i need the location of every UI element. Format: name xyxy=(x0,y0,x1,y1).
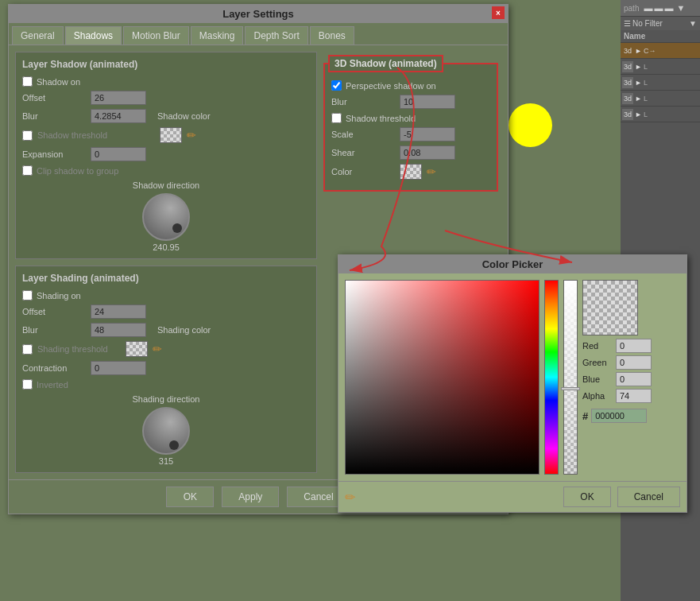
3d-color-picker-btn[interactable]: ✏ xyxy=(427,165,436,178)
inverted-label: Inverted xyxy=(37,380,68,390)
blue-input[interactable] xyxy=(616,372,652,386)
dialog-apply-button[interactable]: Apply xyxy=(222,487,279,507)
red-input[interactable] xyxy=(616,339,652,353)
shading-offset-input[interactable] xyxy=(91,304,146,319)
tab-general[interactable]: General xyxy=(12,26,64,45)
shadow-color-swatch[interactable] xyxy=(160,127,182,143)
shading-blur-label: Blur xyxy=(22,325,86,335)
shadow-on-checkbox[interactable] xyxy=(22,76,33,87)
3d-shear-input[interactable] xyxy=(400,145,455,160)
hex-input[interactable] xyxy=(591,409,647,423)
clip-shadow-checkbox[interactable] xyxy=(22,165,33,176)
hue-bar[interactable] xyxy=(544,280,559,475)
rt-layer-row-4[interactable]: 3d ► L xyxy=(621,91,700,107)
tab-bones[interactable]: Bones xyxy=(310,26,354,45)
3d-shadow-title: 3D Shadow (animated) xyxy=(328,55,443,72)
left-panel: Layer Shadow (animated) Shadow on Offset… xyxy=(15,52,317,473)
rt-icon2[interactable]: ▬ xyxy=(654,3,663,13)
dialog-close-button[interactable]: × xyxy=(492,6,505,19)
alpha-bar-container xyxy=(563,280,578,475)
shading-offset-row: Offset xyxy=(22,304,310,319)
3d-threshold-checkbox[interactable] xyxy=(331,113,342,123)
alpha-slider-indicator xyxy=(561,387,580,390)
color-picker-dialog: Color Picker Red xyxy=(338,254,687,513)
inverted-checkbox[interactable] xyxy=(22,379,33,390)
rt-header: path ▬ ▬ ▬ ▼ xyxy=(621,0,700,17)
clip-shadow-row: Clip shadow to group xyxy=(22,165,310,176)
color-picker-title: Color Picker xyxy=(482,258,543,270)
rt-layer-row-1[interactable]: 3d ► C→ xyxy=(621,43,700,59)
3d-blur-input[interactable] xyxy=(400,95,455,109)
perspective-checkbox[interactable] xyxy=(331,80,342,91)
rt-dropdown-arrow[interactable]: ▼ xyxy=(676,3,685,13)
rt-filter-icon: ☰ xyxy=(624,19,631,28)
blur-input[interactable] xyxy=(91,109,146,123)
alpha-bar[interactable] xyxy=(563,280,578,475)
rt-layer-row-5[interactable]: 3d ► L xyxy=(621,107,700,122)
alpha-label: Alpha xyxy=(582,391,613,401)
shading-threshold-checkbox[interactable] xyxy=(22,344,33,355)
tab-masking[interactable]: Masking xyxy=(191,26,244,45)
shading-color-picker-btn[interactable]: ✏ xyxy=(153,343,162,355)
rt-filter-dropdown[interactable]: ▼ xyxy=(689,19,697,28)
3d-color-label: Color xyxy=(331,167,395,176)
color-gradient-box[interactable] xyxy=(345,280,540,475)
shadow-direction-circle[interactable] xyxy=(142,193,190,241)
shading-on-checkbox[interactable] xyxy=(22,290,33,300)
expansion-label: Expansion xyxy=(22,149,86,159)
3d-color-swatch[interactable] xyxy=(400,164,422,180)
rt-layer-rows: 3d ► C→ 3d ► L 3d ► L 3d ► L 3d ► L xyxy=(621,43,700,122)
perspective-row: Perspective shadow on xyxy=(331,80,490,91)
shading-blur-input[interactable] xyxy=(91,323,146,337)
3d-shadow-box: 3D Shadow (animated) Perspective shadow … xyxy=(323,63,498,192)
rt-layer-icon-1: 3d xyxy=(622,45,633,56)
shading-direction-area: Shading direction 315 xyxy=(22,394,310,466)
shading-direction-circle[interactable] xyxy=(142,407,190,455)
eyedropper-button[interactable]: ✏ xyxy=(345,487,355,507)
tab-depth-sort[interactable]: Depth Sort xyxy=(245,26,307,45)
layer-shadow-section: Layer Shadow (animated) Shadow on Offset… xyxy=(15,52,317,259)
color-picker-footer: ✏ OK Cancel xyxy=(338,481,686,512)
expansion-row: Expansion xyxy=(22,147,310,161)
perspective-label: Perspective shadow on xyxy=(346,81,436,91)
3d-scale-label: Scale xyxy=(331,130,395,139)
red-row: Red xyxy=(582,339,652,353)
alpha-input[interactable] xyxy=(616,389,652,403)
hex-label: # xyxy=(582,410,588,422)
offset-input[interactable] xyxy=(91,91,146,105)
blur-label: Blur xyxy=(22,111,86,121)
shadow-color-picker-btn[interactable]: ✏ xyxy=(187,129,196,142)
dialog-ok-button[interactable]: OK xyxy=(166,487,214,507)
rt-icon3[interactable]: ▬ xyxy=(664,3,673,13)
tab-shadows[interactable]: Shadows xyxy=(65,26,122,45)
shading-blur-row: Blur Shading color xyxy=(22,323,310,337)
contraction-input[interactable] xyxy=(91,361,146,375)
shading-threshold-row: Shading threshold ✏ xyxy=(22,341,310,357)
shading-direction-dot xyxy=(169,440,179,450)
red-label: Red xyxy=(582,341,613,351)
dialog-tabs: General Shadows Motion Blur Masking Dept… xyxy=(9,23,508,45)
rt-layer-icon-2: 3d xyxy=(622,61,633,72)
shading-offset-label: Offset xyxy=(22,307,86,316)
3d-threshold-row: Shadow threshold xyxy=(331,113,490,123)
gradient-canvas[interactable] xyxy=(345,280,540,475)
color-preview-swatch xyxy=(582,280,638,335)
shadow-threshold-checkbox[interactable] xyxy=(22,130,33,141)
rt-layer-row-2[interactable]: 3d ► L xyxy=(621,59,700,75)
rt-icon1[interactable]: ▬ xyxy=(644,3,652,13)
color-picker-ok-button[interactable]: OK xyxy=(563,487,610,507)
rt-layer-row-3[interactable]: 3d ► L xyxy=(621,75,700,91)
color-picker-cancel-button[interactable]: Cancel xyxy=(617,487,680,507)
3d-blur-row: Blur xyxy=(331,95,490,109)
expansion-input[interactable] xyxy=(91,147,146,161)
shading-color-swatch[interactable] xyxy=(126,341,148,357)
3d-scale-input[interactable] xyxy=(400,127,455,142)
contraction-row: Contraction xyxy=(22,361,310,375)
tab-motion-blur[interactable]: Motion Blur xyxy=(123,26,189,45)
contraction-label: Contraction xyxy=(22,363,86,373)
dialog-title: Layer Settings xyxy=(222,8,294,20)
shading-on-label: Shading on xyxy=(37,291,81,300)
shading-direction-label: Shading direction xyxy=(132,394,199,404)
rt-name-header: Name xyxy=(621,30,700,43)
green-input[interactable] xyxy=(616,355,652,370)
